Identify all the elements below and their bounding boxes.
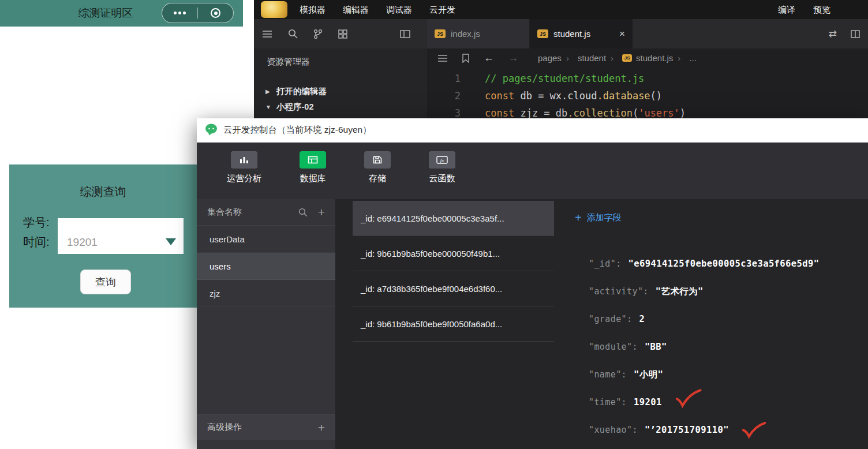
breadcrumb-item-file[interactable]: JS student.js bbox=[611, 53, 673, 63]
collections-title: 集合名称 bbox=[207, 207, 298, 218]
storage-icon bbox=[364, 151, 391, 169]
nav-functions[interactable]: fx 云函数 bbox=[416, 151, 468, 184]
extensions-icon[interactable] bbox=[338, 29, 347, 39]
chevron-down-icon: ▼ bbox=[265, 104, 271, 110]
code-text: () bbox=[650, 90, 662, 102]
devtools-menubar: 模拟器 编辑器 调试器 云开发 编译 预览 bbox=[254, 0, 868, 19]
breadcrumb-item-student[interactable]: student bbox=[566, 53, 606, 63]
tree-label: 打开的编辑器 bbox=[276, 86, 327, 97]
field-row-id[interactable]: "_id": "e69414125f0ebe00005c3e3a5f66e5d9… bbox=[589, 250, 819, 278]
tabs: JS index.js JS student.js × bbox=[427, 19, 633, 48]
nav-database[interactable]: 数据库 bbox=[287, 151, 339, 184]
tab-student-js[interactable]: JS student.js × bbox=[530, 19, 633, 48]
query-panel: 综测查询 学号: 时间: 19201 查询 bbox=[9, 164, 197, 308]
tree-project-root[interactable]: ▼ 小程序-02 bbox=[254, 99, 427, 115]
nav-storage[interactable]: 存储 bbox=[351, 151, 403, 184]
more-icon bbox=[174, 12, 186, 14]
code-keyword: const bbox=[485, 107, 514, 119]
close-icon[interactable]: × bbox=[619, 28, 625, 40]
chevron-right-icon: ▶ bbox=[265, 88, 271, 95]
console-title: 云开发控制台（当前环境 zjz-6uyen） bbox=[223, 124, 372, 136]
field-row-module[interactable]: "module": "BB" bbox=[589, 333, 819, 361]
code-area[interactable]: 1 // pages/student/student.js 2 const db… bbox=[427, 70, 868, 122]
bookmark-icon[interactable] bbox=[462, 54, 470, 63]
nav-label: 存储 bbox=[351, 173, 403, 184]
more-button[interactable] bbox=[162, 3, 197, 23]
record-row[interactable]: _id: a7d38b365f0ebe9f004e6d3f60... bbox=[353, 271, 554, 306]
app-logo bbox=[261, 1, 287, 18]
field-value: "e69414125f0ebe00005c3e3a5f66e5d9" bbox=[628, 259, 820, 269]
record-row[interactable]: _id: 9b61b9ba5f0ebe000050f49b1... bbox=[353, 236, 554, 271]
field-row-xuehao[interactable]: "xuehao": "’201751709110" bbox=[589, 416, 819, 444]
advanced-operations[interactable]: 高级操作 + bbox=[197, 414, 335, 440]
collection-item-zjz[interactable]: zjz bbox=[197, 280, 335, 307]
switch-editor-icon[interactable]: ⇄ bbox=[829, 28, 837, 40]
back-arrow-icon[interactable]: ← bbox=[484, 52, 494, 64]
forward-arrow-icon[interactable]: → bbox=[508, 52, 518, 64]
menu-item-editor[interactable]: 编辑器 bbox=[334, 0, 377, 19]
breadcrumb-label: student.js bbox=[636, 53, 673, 63]
field-row-name[interactable]: "name": "小明" bbox=[589, 361, 819, 388]
add-collection-button[interactable]: + bbox=[318, 206, 325, 218]
page-title: 综测证明区 bbox=[35, 0, 177, 27]
outline-icon[interactable] bbox=[437, 54, 448, 62]
source-control-icon[interactable] bbox=[313, 29, 323, 39]
breadcrumb: pages student JS student.js ... bbox=[538, 53, 697, 63]
function-icon: fx bbox=[429, 151, 455, 169]
menubar-right: 编译 预览 bbox=[778, 0, 830, 19]
collections-panel: 集合名称 + userData users zjz 高级操作 + bbox=[197, 199, 335, 449]
xuehao-label: 学号: bbox=[23, 215, 50, 230]
menu-item-simulator[interactable]: 模拟器 bbox=[291, 0, 334, 19]
record-row[interactable]: _id: e69414125f0ebe00005c3e3a5f... bbox=[353, 201, 554, 236]
field-key: "name": bbox=[589, 369, 627, 380]
collections-header: 集合名称 + bbox=[197, 199, 335, 226]
field-value: "’201751709110" bbox=[645, 425, 729, 435]
collection-item-users[interactable]: users bbox=[197, 253, 335, 280]
red-checkmark-annotation bbox=[674, 386, 702, 411]
field-row-grade[interactable]: "grade": 2 bbox=[589, 305, 819, 333]
screenshot-root: 综测证明区 综测查询 学号: 时间: 19201 查询 模拟器 编辑器 调试器 … bbox=[0, 0, 868, 449]
collapse-sidebar-icon[interactable] bbox=[400, 30, 410, 38]
field-row-activity[interactable]: "activity": "艺术行为" bbox=[589, 278, 819, 305]
add-field-label: 添加字段 bbox=[587, 212, 622, 223]
collection-item-userdata[interactable]: userData bbox=[197, 226, 335, 253]
console-titlebar[interactable]: 云开发控制台（当前环境 zjz-6uyen） bbox=[197, 118, 868, 143]
nav-analytics[interactable]: 运营分析 bbox=[218, 151, 270, 184]
nav-label: 云函数 bbox=[416, 173, 468, 184]
preview-button[interactable]: 预览 bbox=[813, 0, 830, 19]
menu-icon[interactable] bbox=[262, 30, 272, 38]
breadcrumb-item-more[interactable]: ... bbox=[678, 53, 697, 63]
add-field-button[interactable]: + 添加字段 bbox=[575, 212, 622, 223]
cloud-console-window: 云开发控制台（当前环境 zjz-6uyen） 运营分析 数据库 存储 bbox=[197, 118, 868, 449]
field-value: 19201 bbox=[634, 397, 662, 407]
search-icon[interactable] bbox=[298, 208, 308, 217]
breadcrumb-bar: ← → pages student JS student.js ... bbox=[427, 48, 868, 68]
search-icon[interactable] bbox=[288, 29, 298, 39]
exit-button[interactable] bbox=[198, 3, 233, 23]
record-row[interactable]: _id: 9b61b9ba5f0ebe9f0050fa6a0d... bbox=[353, 306, 554, 342]
split-layout-icon[interactable] bbox=[851, 30, 860, 38]
time-picker[interactable]: 19201 bbox=[58, 218, 184, 254]
field-key: "time": bbox=[589, 397, 627, 407]
line-number: 1 bbox=[427, 70, 476, 87]
chart-icon bbox=[231, 151, 257, 169]
code-comment: // pages/student/student.js bbox=[485, 73, 644, 84]
field-key: "_id": bbox=[589, 259, 622, 269]
field-value: "艺术行为" bbox=[656, 286, 704, 298]
code-function: .database bbox=[597, 90, 650, 102]
query-button[interactable]: 查询 bbox=[80, 270, 131, 294]
menu-item-cloud[interactable]: 云开发 bbox=[421, 0, 464, 19]
code-keyword: const bbox=[485, 90, 514, 102]
database-icon bbox=[300, 151, 326, 169]
breadcrumb-item-pages[interactable]: pages bbox=[538, 53, 562, 63]
tree-open-editors[interactable]: ▶ 打开的编辑器 bbox=[254, 84, 427, 99]
nav-label: 数据库 bbox=[287, 173, 339, 184]
field-row-time[interactable]: "time": 19201 bbox=[589, 388, 819, 416]
record-detail-panel: + 添加字段 "_id": "e69414125f0ebe00005c3e3a5… bbox=[554, 199, 868, 449]
compile-button[interactable]: 编译 bbox=[778, 0, 795, 19]
tab-index-js[interactable]: JS index.js bbox=[427, 19, 530, 48]
plus-icon[interactable]: + bbox=[318, 421, 325, 433]
menu-item-debugger[interactable]: 调试器 bbox=[377, 0, 421, 19]
svg-text:fx: fx bbox=[440, 158, 444, 163]
plus-icon: + bbox=[575, 212, 582, 223]
